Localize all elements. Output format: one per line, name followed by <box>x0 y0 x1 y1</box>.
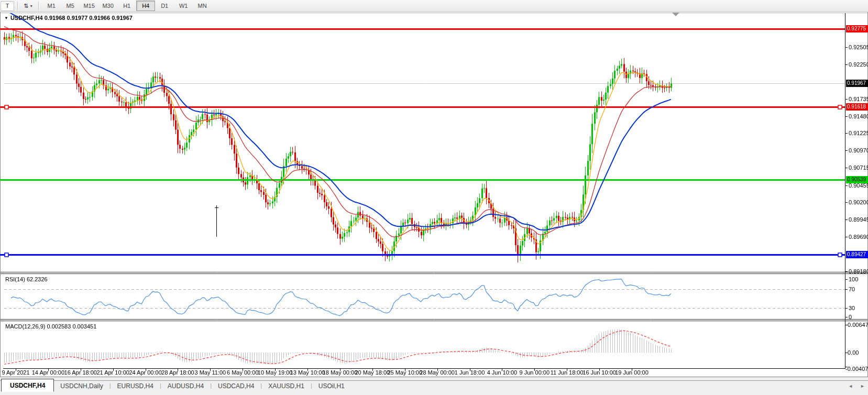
current-bid-price-tag: 0.91967 <box>846 80 868 87</box>
price-tick-0.92505: 0.92505 <box>849 43 868 51</box>
timeframe-button-m30[interactable]: M30 <box>98 1 117 11</box>
date-label-12: 25 May 10:00 <box>387 369 422 376</box>
price-tick-0.90970: 0.90970 <box>849 147 868 154</box>
date-label-4: 24 Apr 00:00 <box>129 369 161 376</box>
tab-scroll-buttons: ◄ ► <box>848 383 865 389</box>
timeframe-button-d1[interactable]: D1 <box>155 1 174 11</box>
date-label-0: 9 Apr 2021 <box>2 369 29 376</box>
blue-support-price-tag: 0.89427 <box>846 251 868 258</box>
price-tick-0.89690: 0.89690 <box>849 233 868 240</box>
rsi-axis-30: 30 <box>849 304 855 312</box>
macd-axis-min: -0.004073 <box>845 365 868 372</box>
text-tool-icon: T <box>6 3 9 9</box>
toolbar-separator <box>38 2 39 10</box>
timeframe-button-mn[interactable]: MN <box>193 1 212 11</box>
date-label-18: 16 Jun 10:00 <box>583 369 616 376</box>
chart-tab-usdchf-h4[interactable]: USDCHF,H4 <box>1 379 54 392</box>
macd-indicator-label: MACD(12,26,9) 0.002583 0.003451 <box>5 323 96 330</box>
tab-scroll-left-icon[interactable]: ◄ <box>848 383 853 389</box>
chart-tab-audusd-h4[interactable]: AUDUSD,H4 <box>161 380 210 392</box>
sort-arrows-icon: ⇅ <box>24 3 28 9</box>
rsi-indicator-label: RSI(14) 62.2326 <box>5 276 48 282</box>
date-label-5: 28 Apr 18:00 <box>161 369 194 376</box>
date-label-3: 21 Apr 10:00 <box>96 369 129 376</box>
timeframe-button-m1[interactable]: M1 <box>42 1 61 11</box>
date-label-19: 19 Jun 00:00 <box>615 369 649 376</box>
date-label-16: 9 Jun 00:00 <box>520 369 550 376</box>
timeframe-button-h4[interactable]: H4 <box>136 1 155 11</box>
upper-resistance-price-tag: 0.92775 <box>846 25 868 32</box>
price-tick-0.91225: 0.91225 <box>849 129 868 137</box>
timeframe-button-m5[interactable]: M5 <box>61 1 80 11</box>
date-label-17: 11 Jun 18:00 <box>551 369 584 376</box>
chart-title-text: USDCHF,H4 0.91968 0.91977 0.91966 0.9196… <box>10 15 133 21</box>
date-label-14: 1 Jun 18:00 <box>455 369 485 376</box>
chart-tab-usoil-h1[interactable]: USOil,H1 <box>312 380 351 392</box>
date-label-1: 14 Apr 00:00 <box>32 369 64 376</box>
support-resistance-price-tag: 0.91618 <box>846 103 868 111</box>
tab-scroll-right-icon[interactable]: ► <box>860 383 865 389</box>
price-tick-0.91735: 0.91735 <box>849 95 868 103</box>
date-label-2: 16 Apr 18:00 <box>64 369 97 376</box>
mt4-terminal-window: T ⇅ ▼ M1M5M15M30H1H4D1W1MN ▼USDCHF,H4 0.… <box>0 0 868 395</box>
price-tick-0.92250: 0.92250 <box>849 61 868 68</box>
chart-title: ▼USDCHF,H4 0.91968 0.91977 0.91966 0.919… <box>4 15 133 21</box>
toolbar-separator <box>17 2 18 10</box>
date-label-11: 20 May 18:00 <box>355 369 390 376</box>
date-label-6: 3 May 11:00 <box>194 369 226 376</box>
date-label-9: 13 May 10:00 <box>290 369 325 376</box>
timeframe-button-group: M1M5M15M30H1H4D1W1MN <box>42 1 212 11</box>
price-tick-0.89180: 0.89180 <box>849 268 868 275</box>
price-tick-0.90715: 0.90715 <box>849 164 868 171</box>
timeframe-button-w1[interactable]: W1 <box>174 1 193 11</box>
date-label-8: 10 May 19:00 <box>258 369 293 376</box>
top-toolbar: T ⇅ ▼ M1M5M15M30H1H4D1W1MN <box>0 0 868 12</box>
date-label-15: 4 Jun 10:00 <box>487 369 518 376</box>
chart-canvas[interactable] <box>0 0 868 395</box>
price-tick-0.89945: 0.89945 <box>849 216 868 223</box>
rsi-axis-70: 70 <box>849 286 855 293</box>
macd-axis-max: 0.006477 <box>848 321 868 328</box>
chart-tab-bar: USDCHF,H4USDCNH,Daily|EURUSD,H4|AUDUSD,H… <box>0 380 868 392</box>
date-label-10: 18 May 00:00 <box>323 369 358 376</box>
chart-tab-eurusd-h4[interactable]: EURUSD,H4 <box>111 380 160 392</box>
price-tick-0.90200: 0.90200 <box>849 199 868 206</box>
expand-triangle-icon[interactable]: ▼ <box>4 16 8 20</box>
green-level-price-tag: 0.90539 <box>846 176 868 183</box>
text-tool-button[interactable]: T <box>1 1 14 11</box>
chart-tab-xauusd-h1[interactable]: XAUUSD,H1 <box>262 380 311 392</box>
timeframe-button-h1[interactable]: H1 <box>117 1 136 11</box>
rsi-axis-100: 100 <box>849 276 858 283</box>
chevron-down-icon[interactable]: ▼ <box>29 4 33 8</box>
chart-tab-usdcnh-daily[interactable]: USDCNH,Daily <box>54 380 109 392</box>
timeframe-button-m15[interactable]: M15 <box>80 1 98 11</box>
cursor-tool-button[interactable]: ⇅ ▼ <box>21 1 35 11</box>
rsi-axis-0: 0 <box>849 313 852 321</box>
macd-axis-zero: 0.00 <box>848 349 859 356</box>
price-tick-0.91480: 0.91480 <box>849 113 868 120</box>
date-label-7: 6 May 00:00 <box>227 369 259 376</box>
chart-tabs: USDCHF,H4USDCNH,Daily|EURUSD,H4|AUDUSD,H… <box>1 379 351 392</box>
chart-tab-usdcad-h4[interactable]: USDCAD,H4 <box>212 380 260 392</box>
date-label-13: 28 May 00:00 <box>420 369 455 376</box>
